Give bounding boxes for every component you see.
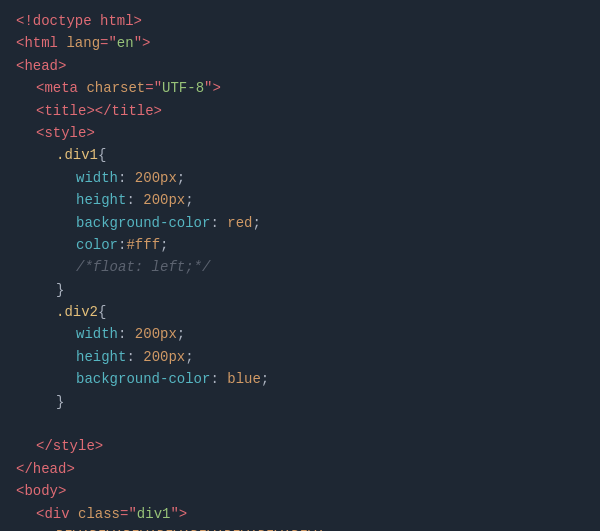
line-13: } (16, 279, 584, 301)
line-5: <title></title> (16, 100, 584, 122)
line-9: height: 200px; (16, 189, 584, 211)
line-4: <meta charset="UTF-8"> (16, 77, 584, 99)
line-19 (16, 413, 584, 435)
line-3: <head> (16, 55, 584, 77)
code-editor: <!doctype html> <html lang="en"> <head> … (0, 0, 600, 531)
doctype: <!doctype html> (16, 10, 142, 32)
line-2: <html lang="en"> (16, 32, 584, 54)
line-18: } (16, 391, 584, 413)
line-21: </head> (16, 458, 584, 480)
line-15: width: 200px; (16, 323, 584, 345)
line-8: width: 200px; (16, 167, 584, 189)
line-7: .div1{ (16, 144, 584, 166)
html-open-tag: <html (16, 32, 66, 54)
line-6: <style> (16, 122, 584, 144)
line-16: height: 200px; (16, 346, 584, 368)
line-12: /*float: left;*/ (16, 256, 584, 278)
line-24: DIV1DIV1DIV1DIV1DIV1DIV1DIV1DIV1 (16, 525, 584, 531)
line-20: </style> (16, 435, 584, 457)
line-17: background-color: blue; (16, 368, 584, 390)
line-22: <body> (16, 480, 584, 502)
line-23: <div class="div1"> (16, 503, 584, 525)
line-10: background-color: red; (16, 212, 584, 234)
line-11: color:#fff; (16, 234, 584, 256)
line-14: .div2{ (16, 301, 584, 323)
line-1: <!doctype html> (16, 10, 584, 32)
